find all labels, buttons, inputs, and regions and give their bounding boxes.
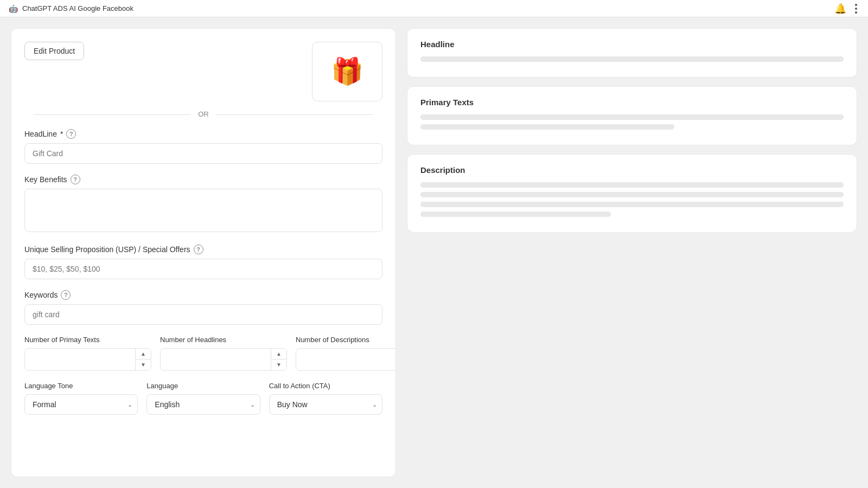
description-preview-card: Description <box>407 154 857 233</box>
keywords-input[interactable] <box>24 304 382 325</box>
num-headlines-controls: ▲ ▼ <box>271 349 286 370</box>
usp-input[interactable] <box>24 259 382 279</box>
num-headlines-group: Number of Headlines 3 ▲ ▼ <box>160 336 287 371</box>
language-tone-group: Language Tone Formal Casual Friendly Pro… <box>24 382 138 415</box>
usp-label: Unique Selling Proposition (USP) / Speci… <box>24 245 382 254</box>
select-fields-row: Language Tone Formal Casual Friendly Pro… <box>24 382 382 415</box>
headline-skeleton-1 <box>420 56 844 62</box>
num-primary-input[interactable]: 3 <box>25 350 135 369</box>
number-fields-row: Number of Primay Texts 3 ▲ ▼ Number of H… <box>24 336 382 371</box>
description-skeleton-1 <box>420 182 844 188</box>
product-image: 🎁 <box>312 42 382 101</box>
key-benefits-label: Key Benefits ? <box>24 175 382 184</box>
primary-skeleton-2 <box>420 124 674 130</box>
or-divider: OR <box>24 110 382 118</box>
app-title-area: 🤖 ChatGPT ADS AI Google Facebook <box>9 4 133 13</box>
language-tone-label: Language Tone <box>24 382 138 390</box>
num-primary-down[interactable]: ▼ <box>136 359 151 370</box>
usp-help-icon[interactable]: ? <box>194 245 203 254</box>
right-panel: Headline Primary Texts Description <box>407 28 857 477</box>
main-container: Edit Product 🎁 OR HeadLine * ? Key Benef… <box>0 17 868 488</box>
keywords-help-icon[interactable]: ? <box>61 290 71 300</box>
num-descriptions-input[interactable]: 3 <box>296 350 396 369</box>
description-skeleton-3 <box>420 202 844 207</box>
num-primary-up[interactable]: ▲ <box>136 349 151 359</box>
notification-icon[interactable]: 🔔 <box>834 3 846 15</box>
num-headlines-input[interactable]: 3 <box>161 350 271 369</box>
description-skeleton-4 <box>420 211 611 217</box>
headline-label: HeadLine * ? <box>24 129 382 139</box>
num-primary-label: Number of Primay Texts <box>24 336 151 344</box>
keywords-group: Keywords ? <box>24 290 382 325</box>
product-image-area: Edit Product 🎁 <box>24 42 382 101</box>
edit-product-button[interactable]: Edit Product <box>24 42 84 60</box>
language-select[interactable]: English Spanish French German <box>146 394 260 415</box>
primary-skeleton-1 <box>420 114 844 120</box>
product-emoji: 🎁 <box>331 56 363 87</box>
cta-group: Call to Action (CTA) Buy Now Learn More … <box>269 382 382 415</box>
left-panel: Edit Product 🎁 OR HeadLine * ? Key Benef… <box>11 28 396 477</box>
headline-help-icon[interactable]: ? <box>66 129 76 139</box>
num-headlines-label: Number of Headlines <box>160 336 287 344</box>
language-tone-select[interactable]: Formal Casual Friendly Professional <box>24 394 138 415</box>
language-label: Language <box>146 382 260 390</box>
headline-preview-title: Headline <box>420 40 844 49</box>
keywords-label: Keywords ? <box>24 290 382 300</box>
num-primary-controls: ▲ ▼ <box>135 349 151 370</box>
num-headlines-spinner: 3 ▲ ▼ <box>160 348 287 371</box>
top-bar: 🤖 ChatGPT ADS AI Google Facebook 🔔 <box>0 0 868 17</box>
primary-texts-preview-title: Primary Texts <box>420 98 844 107</box>
more-options-icon[interactable] <box>853 2 859 16</box>
app-icon: 🤖 <box>9 4 18 13</box>
required-indicator: * <box>60 130 63 138</box>
num-primary-spinner: 3 ▲ ▼ <box>24 348 151 371</box>
num-headlines-up[interactable]: ▲ <box>271 349 286 359</box>
num-descriptions-spinner: 3 ▲ ▼ <box>296 348 396 371</box>
key-benefits-group: Key Benefits ? <box>24 175 382 234</box>
key-benefits-input[interactable] <box>24 189 382 232</box>
primary-texts-preview-card: Primary Texts <box>407 86 857 145</box>
headline-input[interactable] <box>24 143 382 164</box>
language-tone-select-wrapper: Formal Casual Friendly Professional ⌄ <box>24 394 138 415</box>
language-select-wrapper: English Spanish French German ⌄ <box>146 394 260 415</box>
language-group: Language English Spanish French German ⌄ <box>146 382 260 415</box>
num-headlines-down[interactable]: ▼ <box>271 359 286 370</box>
description-preview-title: Description <box>420 165 844 175</box>
app-title-text: ChatGPT ADS AI Google Facebook <box>22 4 133 12</box>
headline-preview-card: Headline <box>407 28 857 78</box>
top-bar-actions: 🔔 <box>834 2 859 16</box>
cta-select-wrapper: Buy Now Learn More Shop Now Sign Up ⌄ <box>269 394 382 415</box>
num-descriptions-label: Number of Descriptions <box>296 336 396 344</box>
key-benefits-help-icon[interactable]: ? <box>71 175 80 184</box>
usp-group: Unique Selling Proposition (USP) / Speci… <box>24 245 382 279</box>
num-descriptions-group: Number of Descriptions 3 ▲ ▼ <box>296 336 396 371</box>
description-skeleton-2 <box>420 192 844 197</box>
cta-label: Call to Action (CTA) <box>269 382 382 390</box>
headline-group: HeadLine * ? <box>24 129 382 164</box>
num-primary-group: Number of Primay Texts 3 ▲ ▼ <box>24 336 151 371</box>
cta-select[interactable]: Buy Now Learn More Shop Now Sign Up <box>269 394 382 415</box>
